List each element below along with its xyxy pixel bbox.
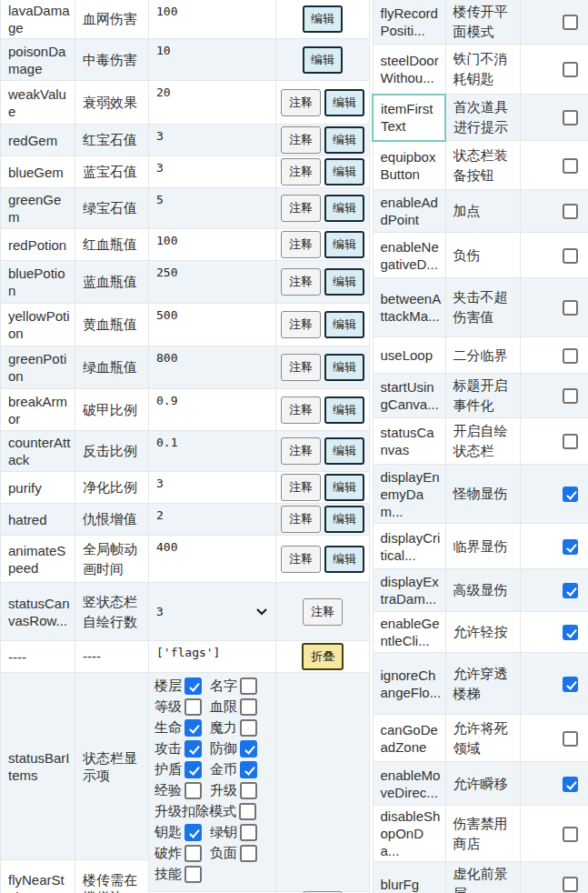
flag-checkbox[interactable] — [563, 877, 578, 892]
edit-button[interactable]: 编辑 — [324, 311, 364, 338]
edit-button[interactable]: 编辑 — [324, 126, 364, 154]
status-bar-flag-checkbox[interactable] — [240, 719, 257, 737]
key-cell[interactable]: displayExtraDam... — [373, 569, 445, 612]
key-cell[interactable]: displayEnemyDam... — [373, 465, 445, 524]
key-cell[interactable]: enableAddPoint — [373, 190, 445, 233]
flag-checkbox[interactable] — [563, 348, 578, 364]
edit-button[interactable]: 编辑 — [324, 396, 364, 424]
edit-button[interactable]: 编辑 — [324, 474, 364, 501]
status-bar-flag-checkbox[interactable] — [240, 698, 257, 716]
key-cell[interactable]: displayCritical... — [373, 524, 445, 569]
status-bar-flag-checkbox[interactable] — [184, 782, 202, 799]
flag-checkbox[interactable] — [563, 677, 578, 692]
note-button[interactable]: 注释 — [281, 268, 321, 296]
key-cell[interactable]: yellowPotion — [1, 304, 75, 346]
key-status-bar-items[interactable]: statusBarItems — [1, 673, 75, 859]
flag-checkbox[interactable] — [563, 248, 578, 264]
key-cell[interactable]: greenGem — [1, 188, 75, 229]
flag-checkbox[interactable] — [563, 731, 578, 747]
status-bar-flag-checkbox[interactable] — [184, 824, 202, 841]
key-cell[interactable]: blurFg — [373, 862, 445, 893]
key-cell[interactable]: statusCanvasRow... — [1, 583, 75, 641]
edit-button[interactable]: 编辑 — [324, 506, 364, 533]
note-button[interactable]: 注释 — [281, 311, 321, 338]
note-button[interactable]: 注释 — [281, 231, 321, 258]
key-cell[interactable]: bluePotion — [1, 261, 75, 304]
key-cell[interactable]: ---- — [1, 641, 75, 673]
note-button[interactable]: 注释 — [281, 506, 321, 533]
edit-button[interactable]: 编辑 — [303, 46, 343, 74]
note-button[interactable]: 注释 — [281, 89, 321, 116]
edit-button[interactable]: 编辑 — [303, 5, 343, 33]
key-cell[interactable]: enableGentleCli... — [373, 612, 445, 653]
flag-checkbox[interactable] — [563, 15, 578, 30]
key-cell[interactable]: counterAttack — [1, 431, 75, 472]
status-bar-flag-checkbox[interactable] — [184, 866, 202, 883]
flag-checkbox[interactable] — [563, 487, 578, 502]
edit-button[interactable]: 编辑 — [324, 195, 364, 222]
status-bar-flag-checkbox[interactable] — [240, 824, 257, 841]
key-cell[interactable]: statusCanvas — [373, 418, 445, 465]
edit-button[interactable]: 编辑 — [324, 231, 364, 258]
edit-button[interactable]: 编辑 — [324, 268, 364, 296]
key-cell[interactable]: betweenAttackMa... — [373, 278, 445, 337]
flag-checkbox[interactable] — [563, 777, 578, 792]
note-button[interactable]: 注释 — [281, 195, 321, 222]
note-button[interactable]: 注释 — [281, 474, 321, 501]
note-button[interactable]: 注释 — [281, 126, 321, 154]
status-bar-flag-checkbox[interactable] — [240, 845, 257, 862]
status-bar-flag-checkbox[interactable] — [184, 677, 202, 695]
key-cell[interactable]: lavaDamage — [1, 0, 75, 39]
flag-checkbox[interactable] — [563, 300, 578, 316]
status-bar-flag-checkbox[interactable] — [240, 677, 257, 695]
note-button[interactable]: 注释 — [281, 437, 321, 465]
key-cell[interactable]: poisonDamage — [1, 39, 75, 81]
flag-checkbox[interactable] — [563, 625, 578, 640]
key-cell[interactable]: useLoop — [373, 337, 445, 374]
key-cell[interactable]: canGoDeadZone — [373, 715, 445, 762]
key-cell[interactable]: ignoreChangeFlo... — [373, 653, 445, 715]
flag-checkbox[interactable] — [563, 110, 578, 125]
key-cell[interactable]: hatred — [1, 504, 75, 536]
key-cell[interactable]: steelDoorWithou... — [373, 45, 445, 95]
flag-checkbox[interactable] — [563, 434, 578, 449]
key-cell[interactable]: blueGem — [1, 156, 75, 188]
flag-checkbox[interactable] — [563, 204, 578, 219]
key-fly-near-stair[interactable]: flyNearStair — [1, 859, 75, 893]
collapse-button[interactable]: 折叠 — [302, 643, 344, 670]
note-button[interactable]: 注释 — [281, 158, 321, 186]
key-cell[interactable]: flyRecordPositi... — [373, 0, 445, 45]
key-cell[interactable]: animateSpeed — [1, 536, 75, 583]
status-bar-flag-checkbox[interactable] — [240, 740, 257, 758]
key-cell[interactable]: weakValue — [1, 81, 75, 125]
status-bar-flag-checkbox[interactable] — [239, 803, 256, 820]
flag-checkbox[interactable] — [563, 827, 578, 842]
key-cell[interactable]: breakArmor — [1, 389, 75, 431]
status-bar-flag-checkbox[interactable] — [184, 845, 202, 862]
key-cell[interactable]: purify — [1, 472, 75, 504]
status-bar-flag-checkbox[interactable] — [184, 698, 202, 716]
key-cell-selected[interactable]: itemFirstText — [373, 95, 445, 141]
key-cell[interactable]: equipboxButton — [373, 141, 445, 190]
note-button[interactable]: 注释 — [281, 354, 321, 381]
edit-button[interactable]: 编辑 — [324, 158, 364, 186]
edit-button[interactable]: 编辑 — [324, 437, 364, 465]
key-cell[interactable]: redPotion — [1, 229, 75, 261]
edit-button[interactable]: 编辑 — [324, 546, 364, 573]
status-bar-flag-checkbox[interactable] — [240, 782, 257, 799]
status-bar-flag-checkbox[interactable] — [240, 761, 257, 778]
key-cell[interactable]: disableShopOnDa... — [373, 806, 445, 862]
key-cell[interactable]: startUsingCanva... — [373, 374, 445, 418]
status-bar-flag-checkbox[interactable] — [184, 740, 202, 758]
edit-button[interactable]: 编辑 — [324, 354, 364, 381]
flag-checkbox[interactable] — [563, 158, 578, 174]
flag-checkbox[interactable] — [563, 539, 578, 555]
note-button[interactable]: 注释 — [281, 546, 321, 573]
flag-checkbox[interactable] — [563, 388, 578, 404]
status-bar-flag-checkbox[interactable] — [184, 719, 202, 737]
key-cell[interactable]: enableMoveDirec... — [373, 762, 445, 806]
flag-checkbox[interactable] — [563, 62, 578, 77]
row-count-select[interactable]: 3 — [156, 601, 272, 623]
flag-checkbox[interactable] — [563, 583, 578, 598]
status-bar-flag-checkbox[interactable] — [184, 761, 202, 778]
